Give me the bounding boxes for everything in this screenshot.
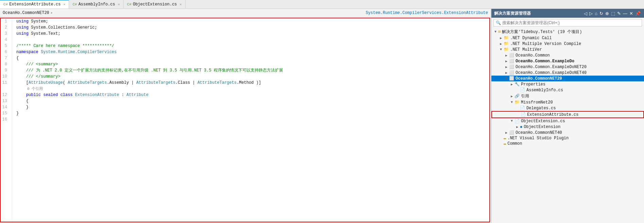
tree-label: ExtensionAttribute.cs	[527, 112, 578, 117]
tree-label: Properties	[521, 82, 545, 87]
tree-item-objectext[interactable]: ▼ 📄 ObjectExtension.cs	[491, 118, 644, 124]
code-line-3: using System.Text;	[16, 31, 491, 37]
sidebar-header: 解决方案资源管理器 ◁ ▷ ⌂ ↻ ⊕ ⬚ ✎ — ✕ 📌	[491, 9, 644, 18]
tree-item-multi-ver-compile[interactable]: ▶ 📁 .NET Multiple Version Compile	[491, 41, 644, 47]
project-icon: ⬜	[509, 53, 514, 58]
tree-toggle[interactable]: ▶	[515, 125, 520, 129]
tab-icon: C#	[72, 2, 77, 6]
tree-label: .NET MultiVer	[510, 47, 542, 52]
tree-toggle[interactable]: ▼	[504, 77, 509, 80]
project-icon: ⬜	[509, 70, 514, 75]
tree-item-missfrom[interactable]: ▼ 📁 MissfromNet20	[491, 99, 644, 105]
tree-toggle[interactable]: ▼	[498, 48, 504, 51]
tree-toggle[interactable]: ▶	[504, 59, 509, 63]
folder-icon: 📁	[504, 41, 509, 46]
file-icon: 📄	[521, 112, 526, 117]
toolbar-collapse-btn[interactable]: —	[622, 11, 628, 16]
ref-icon: 🔗	[515, 94, 520, 99]
tree-item-example-do[interactable]: ▶ ⬜ OceanHo.Common.ExampleDo	[491, 58, 644, 64]
toolbar-home-btn[interactable]: ⌂	[594, 11, 598, 16]
tree-item-example-net20[interactable]: ▶ ⬜ OceanHo.Common.ExampleDoNET20	[491, 64, 644, 70]
folder-icon: ▬	[504, 141, 506, 146]
tree-item-example-net40[interactable]: ▶ ⬜ OceanHo.Common.ExampleDoNET40	[491, 70, 644, 76]
project-icon: ⬜	[509, 130, 514, 135]
breadcrumb-separator: ▸	[51, 10, 53, 15]
tab-close-btn[interactable]: ✕	[63, 2, 65, 6]
tree-toggle[interactable]: ▶	[509, 82, 515, 86]
tree-item-extensionattr[interactable]: 📄 ExtensionAttribute.cs	[491, 111, 644, 118]
toolbar-edit-btn[interactable]: ✎	[616, 11, 622, 16]
tree-toggle[interactable]: ▶	[498, 36, 504, 40]
tree-item-ref[interactable]: ▶ 🔗 引用	[491, 93, 644, 99]
tree-label: ObjectExtension	[524, 125, 560, 129]
toolbar-back-btn[interactable]: ◁	[583, 11, 588, 16]
solution-icon: ⊞	[498, 29, 501, 34]
solution-toggle[interactable]: ▼	[493, 30, 498, 34]
solution-root[interactable]: ▼ ⊞ 解决方案'Tidebuy.Tests' (19 个项目)	[491, 29, 644, 35]
tree-label: 引用	[521, 93, 529, 99]
tab-label: AssemblyInfo.cs	[79, 2, 115, 7]
tree-toggle	[515, 88, 520, 92]
tree-item-objectext-class[interactable]: ▶ ◆ ObjectExtension	[491, 124, 644, 130]
code-line-5: /***** Care here namespace ************/	[16, 43, 491, 49]
tree-item-commonnet20[interactable]: ▼ ⬜ OceanHo.CommonNET20	[491, 76, 644, 81]
tree-toggle[interactable]: ▶	[504, 71, 509, 75]
tab-extension-attr[interactable]: C#ExtensionAttribute.cs✕	[0, 0, 69, 9]
code-line-9: /// 为 .NET 2.0 定义一个扩展方法的支持标记类,在不引用升级 .NE…	[16, 67, 491, 74]
breadcrumb: OceanHo.CommonNET20 ▸ System.Runtime.Com…	[0, 9, 491, 17]
tree-item-assemblyinfo[interactable]: 📄 AssemblyInfo.cs	[491, 87, 644, 93]
tree-label: .NET Multiple Version Compile	[510, 42, 581, 46]
project-icon: ⬜	[509, 59, 514, 64]
sidebar-search-box[interactable]: 🔍	[493, 19, 642, 27]
breadcrumb-project: OceanHo.CommonNET20	[3, 11, 49, 15]
tree-label: OceanHo.CommonNET40	[516, 130, 562, 135]
tree-toggle[interactable]: ▼	[509, 119, 515, 123]
tree-toggle[interactable]: ▶	[498, 42, 504, 46]
tree-toggle[interactable]: ▶	[509, 94, 515, 98]
tree-item-common[interactable]: ▶ ⬜ OceanHo.Common	[491, 52, 644, 58]
code-content[interactable]: using System; using System.Collections.G…	[12, 17, 491, 223]
tab-close-btn[interactable]: ✕	[180, 2, 182, 6]
tab-object-ext[interactable]: C#ObjectExtension.cs✕	[124, 0, 186, 9]
tab-close-btn[interactable]: ✕	[118, 2, 120, 6]
search-icon: 🔍	[496, 20, 501, 26]
sidebar-title: 解决方案资源管理器	[494, 11, 531, 16]
toolbar-copy-btn[interactable]: ⬚	[610, 11, 616, 16]
search-input[interactable]	[502, 20, 640, 25]
tree-label: OceanHo.Common.ExampleDoNET40	[516, 70, 587, 75]
tree-toggle[interactable]: ▶	[504, 53, 509, 58]
sidebar-toolbar: ◁ ▷ ⌂ ↻ ⊕ ⬚ ✎ — ✕ 📌	[583, 11, 641, 16]
code-line-1: using System;	[16, 18, 491, 25]
tree-item-properties[interactable]: ▶ 🔧 Properties	[491, 81, 644, 87]
tree-item-delegates[interactable]: 📄 Delegates.cs	[491, 105, 644, 111]
tree-label: Common	[507, 141, 522, 146]
tree-item-dynamic-call[interactable]: ▶ 📁 .NET Dynamic Call	[491, 35, 644, 41]
toolbar-pin-btn[interactable]: 📌	[634, 11, 641, 16]
file-icon: 📄	[520, 106, 525, 111]
toolbar-close-btn[interactable]: ✕	[629, 11, 634, 16]
code-line-16	[16, 116, 491, 123]
tree-item-commonnet40[interactable]: ▶ ⬜ OceanHo.CommonNET40	[491, 130, 644, 136]
tab-assembly-info[interactable]: C#AssemblyInfo.cs✕	[69, 0, 123, 9]
tree-item-vs-plugin[interactable]: ▬ .NET Visual Studio Plugin	[491, 136, 644, 141]
folder-icon: 📁	[515, 100, 520, 105]
toolbar-refresh-btn[interactable]: ↻	[599, 11, 604, 16]
code-line-2: using System.Collections.Generic;	[16, 25, 491, 31]
line-numbers: 1 2 3 4 5 6 7 8 9 10 11 12 13 14 15 16	[0, 17, 12, 223]
code-line-15: }	[16, 110, 491, 116]
toolbar-add-btn[interactable]: ⊕	[605, 11, 610, 16]
tree-toggle[interactable]: ▶	[504, 65, 509, 69]
tree-toggle[interactable]: ▼	[509, 100, 515, 104]
tab-icon: C#	[3, 2, 8, 6]
toolbar-forward-btn[interactable]: ▷	[589, 11, 593, 16]
solution-tree[interactable]: ▼ ⊞ 解决方案'Tidebuy.Tests' (19 个项目) ▶ 📁 .NE…	[491, 28, 644, 223]
tree-toggle[interactable]: ▶	[504, 131, 509, 135]
tree-label: OceanHo.CommonNET20	[516, 76, 562, 81]
tree-item-multiver[interactable]: ▼ 📁 .NET MultiVer	[491, 47, 644, 52]
tree-toggle	[515, 113, 521, 116]
code-editor[interactable]: 1 2 3 4 5 6 7 8 9 10 11 12 13 14 15 16 u…	[0, 17, 491, 223]
tree-item-common-folder[interactable]: ▬ Common	[491, 141, 644, 146]
code-line-13: {	[16, 98, 491, 104]
tab-label: ObjectExtension.cs	[133, 2, 177, 7]
class-icon: ◆	[520, 124, 522, 129]
